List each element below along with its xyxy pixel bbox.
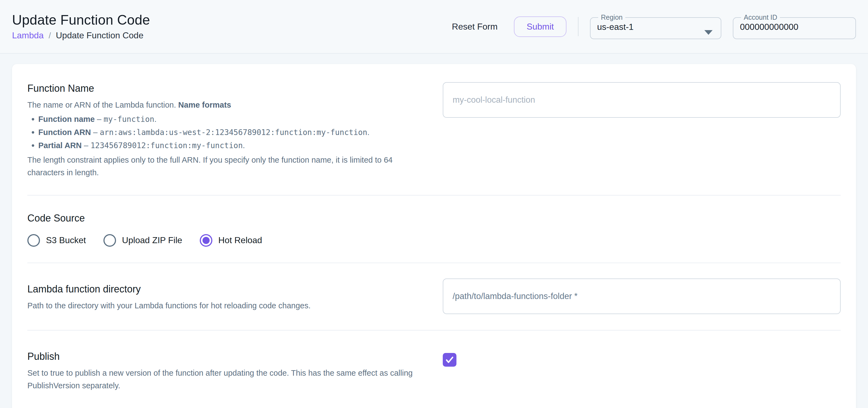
account-id-value: 000000000000 [740,22,849,32]
section-directory: Lambda function directory Path to the di… [27,279,841,314]
publish-description: Set to true to publish a new version of … [27,367,427,392]
radio-upload-zip-file[interactable]: Upload ZIP File [103,234,182,247]
section-divider [27,195,841,196]
radio-icon[interactable] [27,234,40,247]
publish-checkbox-col [443,346,841,367]
function-name-input-col [443,75,841,118]
region-select[interactable]: Region us-east-1 [590,14,721,39]
region-value: us-east-1 [597,22,714,32]
list-item: Function ARN – arn:aws:lambda:us-west-2:… [27,127,432,138]
section-code-source: Code Source S3 Bucket Upload ZIP File Ho… [27,212,841,247]
bullet-icon [32,118,34,120]
radio-hot-reload[interactable]: Hot Reload [200,234,262,247]
submit-button[interactable]: Submit [514,17,566,37]
breadcrumb: Lambda / Update Function Code [12,30,150,40]
bullet-icon [32,131,34,134]
bullet-icon [32,144,34,147]
radio-s3-bucket[interactable]: S3 Bucket [27,234,86,247]
function-name-info: Function Name The name or ARN of the Lam… [27,75,443,179]
directory-input[interactable] [443,279,841,314]
check-icon [445,355,454,365]
function-name-heading: Function Name [27,82,432,94]
code-source-radio-group: S3 Bucket Upload ZIP File Hot Reload [27,234,841,247]
form-card: Function Name The name or ARN of the Lam… [12,64,856,408]
list-item: Function name – my-function. [27,114,432,125]
region-label: Region [598,14,625,21]
header-actions: Reset Form Submit Region us-east-1 Accou… [444,14,856,39]
account-id-label: Account ID [741,14,780,21]
section-divider [27,263,841,263]
directory-description: Path to the directory with your Lambda f… [27,299,432,312]
breadcrumb-current: Update Function Code [56,30,144,40]
directory-heading: Lambda function directory [27,283,432,295]
section-divider [27,330,841,330]
chevron-down-icon [704,30,713,35]
code-source-heading: Code Source [27,212,841,224]
publish-heading: Publish [27,350,432,362]
reset-form-button[interactable]: Reset Form [444,17,505,37]
publish-checkbox[interactable] [443,353,457,367]
directory-input-col [443,279,841,314]
publish-info: Publish Set to true to publish a new ver… [27,346,443,392]
account-id-field[interactable]: Account ID 000000000000 [733,14,856,39]
page-header: Update Function Code Lambda / Update Fun… [0,0,868,54]
page-title: Update Function Code [12,12,150,28]
name-format-list: Function name – my-function. Function AR… [27,114,432,151]
radio-icon[interactable] [103,234,116,247]
function-name-description: The name or ARN of the Lambda function. … [27,99,432,112]
header-divider [578,17,579,36]
section-function-name: Function Name The name or ARN of the Lam… [27,75,841,179]
header-title-block: Update Function Code Lambda / Update Fun… [12,12,150,40]
function-name-constraint-note: The length constraint applies only to th… [27,154,432,179]
function-name-input[interactable] [443,82,841,118]
radio-selected-icon[interactable] [200,234,212,247]
section-publish: Publish Set to true to publish a new ver… [27,346,841,392]
breadcrumb-separator: / [49,31,51,40]
directory-info: Lambda function directory Path to the di… [27,279,443,312]
list-item: Partial ARN – 123456789012:function:my-f… [27,140,432,151]
breadcrumb-link-lambda[interactable]: Lambda [12,30,44,40]
